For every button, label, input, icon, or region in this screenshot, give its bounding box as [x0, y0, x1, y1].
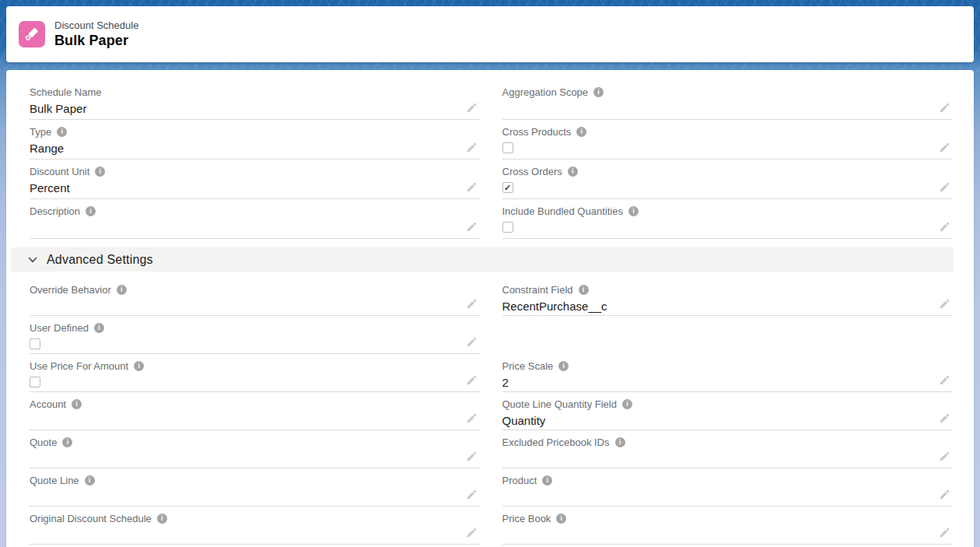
- details-field-grid: Schedule NameBulk PaperAggregation Scope…: [6, 70, 974, 239]
- inline-edit-cross-products-button[interactable]: [938, 141, 950, 153]
- info-icon[interactable]: i: [86, 206, 96, 216]
- info-icon[interactable]: i: [62, 437, 72, 447]
- inline-edit-user-defined-button[interactable]: [466, 335, 478, 348]
- edit-pencil-icon: [939, 184, 950, 195]
- checkbox-use-price-for-amount[interactable]: ✓: [30, 377, 40, 387]
- info-icon[interactable]: i: [117, 285, 127, 295]
- edit-pencil-icon: [939, 377, 950, 388]
- inline-edit-product-button[interactable]: [938, 488, 950, 500]
- field-override-behavior: Override Behaviori: [30, 278, 480, 316]
- field-label: Description: [30, 205, 80, 218]
- info-icon[interactable]: i: [542, 475, 552, 486]
- field-user-defined: User Definedi✓: [30, 316, 480, 354]
- inline-edit-override-behavior-button[interactable]: [466, 297, 478, 310]
- edit-pencil-icon: [466, 529, 478, 541]
- field-label: Quote Line: [30, 474, 79, 487]
- inline-edit-constraint-field-button[interactable]: [938, 297, 950, 310]
- field-label: Product: [502, 474, 537, 487]
- inline-edit-price-book-button[interactable]: [938, 526, 950, 538]
- info-icon[interactable]: i: [622, 399, 632, 409]
- field-discount-unit: Discount UnitiPercent: [30, 160, 480, 199]
- info-icon[interactable]: i: [157, 514, 167, 524]
- inline-edit-type-button[interactable]: [466, 141, 478, 153]
- inline-edit-original-discount-schedule-button[interactable]: [466, 526, 478, 538]
- object-label: Discount Schedule: [54, 19, 138, 32]
- advanced-field-grid: Override BehavioriConstraint FieldiRecen…: [6, 272, 974, 545]
- inline-edit-include-bundled-quantities-button[interactable]: [938, 220, 950, 233]
- info-icon[interactable]: i: [94, 323, 104, 333]
- inline-edit-quote-line-quantity-field-button[interactable]: [938, 412, 950, 424]
- checkbox-user-defined[interactable]: ✓: [30, 338, 40, 349]
- edit-pencil-icon: [466, 184, 478, 195]
- edit-pencil-icon: [466, 415, 478, 426]
- inline-edit-use-price-for-amount-button[interactable]: [466, 373, 478, 386]
- edit-pencil-icon: [939, 453, 950, 465]
- field-schedule-name: Schedule NameBulk Paper: [30, 80, 480, 120]
- edit-pencil-icon: [939, 415, 950, 426]
- info-icon[interactable]: i: [558, 361, 569, 371]
- inline-edit-discount-unit-button[interactable]: [466, 181, 478, 193]
- info-icon[interactable]: i: [593, 87, 604, 97]
- inline-edit-quote-button[interactable]: [466, 450, 478, 462]
- field-type: TypeiRange: [30, 120, 480, 160]
- chevron-down-icon: [27, 254, 38, 265]
- field-include-bundled-quantities: Include Bundled Quantitiesi✓: [502, 199, 953, 239]
- field-label: Schedule Name: [30, 86, 102, 99]
- info-icon[interactable]: i: [628, 206, 639, 216]
- edit-pencil-icon: [466, 377, 478, 388]
- field-product: Producti: [502, 468, 953, 507]
- field-label: Cross Orders: [502, 165, 562, 178]
- edit-pencil-icon: [466, 491, 478, 503]
- inline-edit-aggregation-scope-button[interactable]: [938, 101, 950, 114]
- field-price-book: Price Booki: [502, 507, 953, 545]
- field-label: Account: [30, 398, 66, 411]
- checkbox-cross-orders[interactable]: ✓: [502, 182, 513, 193]
- inline-edit-schedule-name-button[interactable]: [466, 101, 478, 114]
- edit-pencil-icon: [939, 223, 950, 235]
- info-icon[interactable]: i: [85, 475, 95, 486]
- checkbox-include-bundled-quantities[interactable]: ✓: [502, 222, 513, 233]
- info-icon[interactable]: i: [615, 437, 625, 447]
- section-toggle-advanced-settings[interactable]: Advanced Settings: [11, 247, 954, 272]
- inline-edit-price-scale-button[interactable]: [938, 373, 950, 386]
- info-icon[interactable]: i: [95, 167, 105, 177]
- inline-edit-description-button[interactable]: [466, 220, 478, 233]
- field-value: Range: [30, 141, 480, 156]
- field-account: Accounti: [30, 392, 480, 430]
- inline-edit-excluded-pricebook-ids-button[interactable]: [938, 450, 950, 462]
- field-use-price-for-amount: Use Price For Amounti✓: [30, 354, 480, 392]
- field-label: Include Bundled Quantities: [502, 205, 623, 218]
- edit-pencil-icon: [466, 223, 478, 235]
- field-price-scale: Price Scalei2: [502, 354, 953, 392]
- info-icon[interactable]: i: [568, 167, 578, 177]
- field-value: Bulk Paper: [30, 101, 480, 117]
- field-value: Quantity: [502, 413, 953, 429]
- field-label: User Defined: [30, 321, 89, 335]
- info-icon[interactable]: i: [134, 361, 144, 371]
- info-icon[interactable]: i: [576, 127, 586, 137]
- info-icon[interactable]: i: [57, 127, 67, 137]
- field-label: Excluded Pricebook IDs: [502, 436, 610, 449]
- checkbox-cross-products[interactable]: ✓: [502, 142, 513, 153]
- field-label: Aggregation Scope: [502, 86, 589, 99]
- info-icon[interactable]: i: [579, 285, 589, 295]
- record-header: Discount Schedule Bulk Paper: [6, 6, 974, 62]
- field-label: Original Discount Schedule: [30, 512, 152, 525]
- info-icon[interactable]: i: [556, 514, 566, 524]
- field-empty: [502, 316, 953, 354]
- discount-icon: [19, 21, 45, 47]
- edit-pencil-icon: [466, 144, 478, 156]
- inline-edit-cross-orders-button[interactable]: [938, 181, 950, 193]
- field-quote-line-quantity-field: Quote Line Quantity FieldiQuantity: [502, 392, 953, 430]
- field-cross-orders: Cross Ordersi✓: [502, 160, 953, 199]
- edit-pencil-icon: [939, 104, 950, 116]
- field-label: Cross Products: [502, 125, 572, 139]
- inline-edit-account-button[interactable]: [466, 412, 478, 424]
- field-label: Constraint Field: [502, 283, 573, 296]
- info-icon[interactable]: i: [72, 399, 82, 409]
- inline-edit-quote-line-button[interactable]: [466, 488, 478, 500]
- edit-pencil-icon: [939, 491, 950, 503]
- field-label: Price Scale: [502, 359, 554, 373]
- record-detail-panel: Schedule NameBulk PaperAggregation Scope…: [6, 70, 974, 547]
- edit-pencil-icon: [466, 104, 478, 116]
